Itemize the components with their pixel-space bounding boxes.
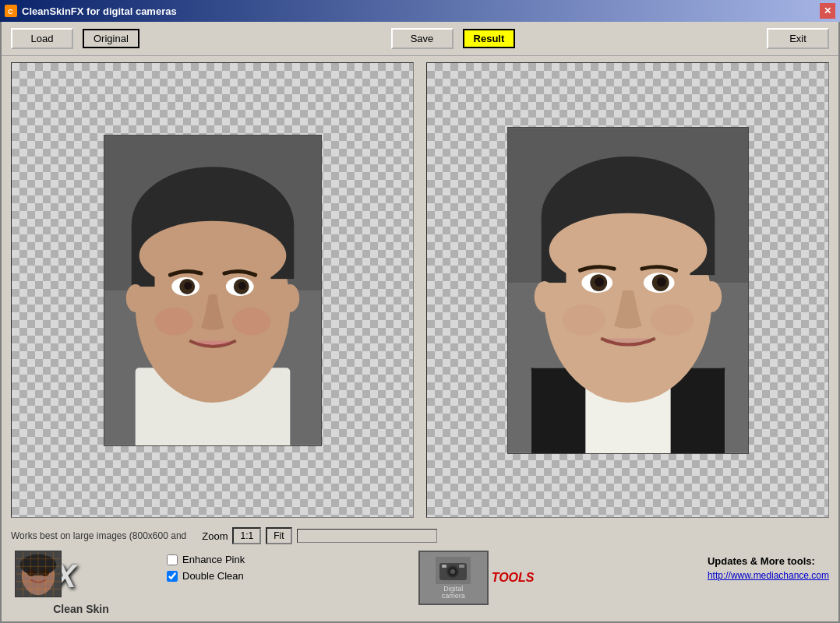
svg-point-17 [154,307,193,335]
updates-label: Updates & More tools: [708,555,829,567]
app-icon: C [5,5,17,17]
zoom-fit-button[interactable]: Fit [266,527,291,544]
svg-point-47 [41,568,50,576]
title-bar: C CleanSkinFX for digital cameras ✕ [0,0,840,22]
original-label: Original [83,29,139,48]
original-face-svg [104,136,321,445]
original-checkerboard [12,63,413,517]
checkboxes-area: Enhance Pink Double Clean [167,551,245,582]
result-photo [507,127,749,454]
svg-point-39 [562,304,605,335]
svg-point-38 [656,277,665,287]
double-clean-row: Double Clean [167,570,245,582]
svg-point-15 [184,282,192,290]
logo-face-thumbnail [15,551,62,597]
double-clean-checkbox[interactable] [167,571,178,582]
svg-point-32 [549,213,707,287]
svg-point-16 [238,282,245,290]
svg-point-46 [27,568,37,576]
load-button[interactable]: Load [11,28,73,49]
result-checkerboard [427,63,828,517]
toolbar: Load Original Save Result Exit [2,22,838,56]
svg-rect-63 [442,565,446,568]
exit-button[interactable]: Exit [767,28,829,49]
double-clean-label[interactable]: Double Clean [182,570,244,582]
logo-subtitle: Clean Skin [53,603,109,615]
save-button[interactable]: Save [391,28,454,49]
result-image-panel [426,62,829,518]
digital-camera-logo: Digital camera [418,551,489,605]
close-button[interactable]: ✕ [820,3,835,19]
svg-point-20 [281,284,299,312]
result-label: Result [463,29,516,48]
svg-point-19 [125,284,144,312]
updates-link[interactable]: http://www.mediachance.com [708,570,829,581]
logo-area: FX Clean Skin [11,551,151,615]
tools-text: TOOLS [492,571,535,585]
zoom-1-1-button[interactable]: 1:1 [232,527,261,544]
image-area [2,56,838,524]
svg-point-62 [450,569,455,574]
window-title: CleanSkinFX for digital cameras [22,5,815,17]
zoom-area: Zoom 1:1 Fit [202,527,436,544]
svg-text:C: C [8,8,13,16]
svg-rect-64 [459,565,464,568]
svg-point-40 [650,304,694,335]
zoom-label: Zoom [202,530,228,542]
updates-area: Updates & More tools: http://www.mediach… [708,551,829,581]
digital-camera-tools-area: Digital camera TOOLS [418,551,535,605]
camera-svg-icon [436,557,471,584]
original-photo [104,135,322,446]
svg-point-18 [231,307,270,335]
enhance-pink-label[interactable]: Enhance Pink [182,554,245,565]
enhance-pink-row: Enhance Pink [167,554,245,565]
svg-point-42 [701,281,722,312]
bottom-controls: FX Clean Skin Enhance Pink Double Clean [2,547,838,621]
svg-point-41 [534,281,554,312]
main-window: Load Original Save Result Exit [0,22,840,623]
zoom-slider[interactable] [297,529,437,543]
svg-point-10 [139,220,286,290]
camera-label: camera [442,593,465,600]
info-text: Works best on large images (800x600 and [11,530,186,541]
enhance-pink-checkbox[interactable] [167,554,178,565]
original-image-panel [11,62,414,518]
result-face-svg [508,128,748,453]
svg-point-37 [595,277,604,287]
